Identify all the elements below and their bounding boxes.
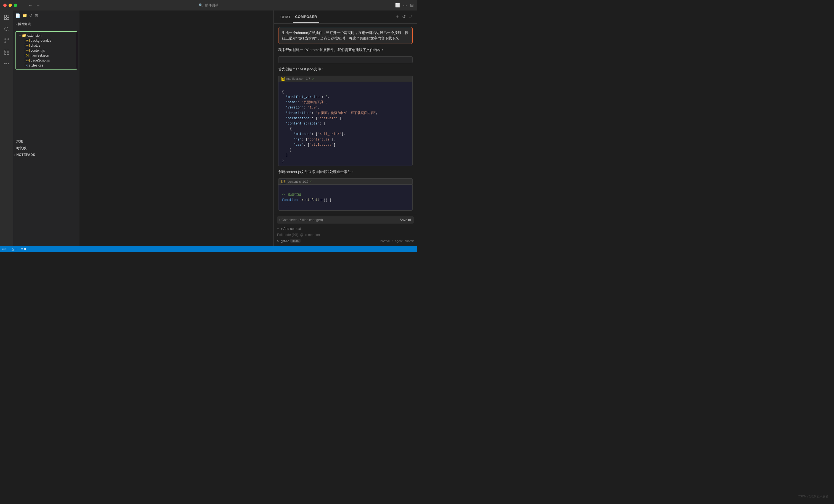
js-file-icon: JS <box>25 39 29 42</box>
chevron-right-icon[interactable]: › <box>279 218 280 222</box>
svg-point-6 <box>5 42 6 43</box>
content-intro: 创建content.js文件来添加按钮和处理点击事件： <box>278 169 413 175</box>
filename: background.js <box>31 39 51 43</box>
content-code-section: JS content.js 1/12 ✓ // 创建按钮 function cr… <box>278 178 413 211</box>
manifest-code-body: { "manifest_version": 3, "name": "页面概括工具… <box>278 82 413 166</box>
svg-rect-11 <box>4 53 6 54</box>
notepads-section[interactable]: › NOTEPADS <box>13 152 80 158</box>
titlebar-right: ⬜ ▭ ▤ <box>395 3 414 7</box>
file-background-js[interactable]: JS background.js <box>16 38 77 43</box>
minimize-button[interactable] <box>8 4 12 7</box>
nav-forward-icon[interactable]: → <box>36 3 40 8</box>
chat-bottom: › Completed (6 files changed) Save all +… <box>274 214 417 246</box>
js-file-icon: JS <box>25 44 29 47</box>
warning-count: △ 0 <box>12 247 16 251</box>
file-manifest-json[interactable]: {} manifest.json <box>16 53 77 58</box>
timeline-section[interactable]: › 时间线 <box>13 145 80 152</box>
mode-submit: submit <box>405 239 414 243</box>
content-code-header: JS content.js 1/12 ✓ <box>278 178 413 184</box>
status-errors: ⊗ 0 <box>2 247 7 251</box>
css-file-icon: # <box>25 64 28 67</box>
new-folder-icon[interactable]: 📁 <box>22 13 27 18</box>
save-all-button[interactable]: Save all <box>400 218 412 222</box>
new-file-icon[interactable]: 📄 <box>16 13 20 18</box>
svg-rect-1 <box>7 15 9 17</box>
nav-back-icon[interactable]: ← <box>28 3 32 8</box>
manifest-badge: 1/7 <box>306 77 310 80</box>
svg-rect-9 <box>4 50 6 51</box>
refresh-icon[interactable]: ↺ <box>29 13 32 18</box>
js-file-icon: JS <box>25 59 29 62</box>
content-file-label: content.js <box>288 180 301 183</box>
svg-rect-3 <box>7 18 9 20</box>
traffic-lights <box>3 4 17 7</box>
folder-icon: 📁 <box>22 34 26 38</box>
tab-composer[interactable]: COMPOSER <box>293 11 319 23</box>
completed-bar: › Completed (6 files changed) Save all <box>277 216 414 224</box>
add-context-button[interactable]: + + Add context <box>277 226 414 232</box>
chat-input-hint[interactable]: Edit code (⌘I), @ to mention <box>277 232 414 238</box>
outline-label: 大纲 <box>16 139 23 144</box>
manifest-file-label: manifest.json <box>286 77 304 80</box>
close-button[interactable] <box>3 4 7 7</box>
folder-name: extension <box>27 34 41 38</box>
manifest-code-section: {} manifest.json 1/7 ✓ { "manifest_versi… <box>278 75 413 166</box>
file-tree: ▾ 📁 extension JS background.js JS chat.j… <box>13 28 80 136</box>
mode-normal: normal <box>380 239 390 243</box>
chat-header-actions: + ↺ ⤢ <box>396 14 413 20</box>
search-icon[interactable] <box>2 24 11 34</box>
file-content-js[interactable]: JS content.js <box>16 48 77 53</box>
js-file-icon: JS <box>25 49 29 52</box>
model-tag[interactable]: ⊙ gpt-4o image <box>277 239 301 243</box>
timeline-label: 时间线 <box>16 146 26 151</box>
chat-content: 生成一个chrome扩展插件，当打开一个网页时，在也米娜右边显示一个按钮，按钮上… <box>274 24 417 214</box>
explorer-icon[interactable] <box>2 13 11 22</box>
add-chat-icon[interactable]: + <box>396 14 399 20</box>
completed-text: › Completed (6 files changed) <box>279 218 323 222</box>
source-control-icon[interactable] <box>2 36 11 45</box>
file-styles-css[interactable]: # styles.css <box>16 63 77 68</box>
highlighted-file-box: ▾ 📁 extension JS background.js JS chat.j… <box>16 31 77 69</box>
history-icon[interactable]: ↺ <box>402 14 406 20</box>
panel-layout-icon[interactable]: ⬜ <box>395 3 400 7</box>
js-icon: JS <box>281 180 286 183</box>
expand-icon[interactable]: ⤢ <box>409 14 413 20</box>
sidebar-toggle-icon[interactable]: ▤ <box>410 3 414 7</box>
chevron-down-icon: ▾ <box>16 23 17 26</box>
svg-rect-0 <box>4 15 6 17</box>
file-chat-js[interactable]: JS chat.js <box>16 43 77 48</box>
filename: chat.js <box>31 44 40 47</box>
json-icon: {} <box>281 77 285 81</box>
titlebar-title: 插件测试 <box>205 3 218 8</box>
ai-intro-text: 我来帮你创建一个Chrome扩展插件。我们需要创建以下文件结构： <box>278 47 413 53</box>
chat-panel: CHAT COMPOSER + ↺ ⤢ 生成一个chrome扩展插件，当打开一个… <box>273 10 417 246</box>
status-bar: ⊗ 0 △ 0 ⊕ 0 <box>0 246 417 252</box>
content-code-body: // 创建按钮 function createButton() { ... <box>278 184 413 211</box>
plus-icon: + <box>277 227 279 231</box>
image-label: image <box>290 239 301 243</box>
extensions-icon[interactable] <box>2 47 11 57</box>
manifest-code-header: {} manifest.json 1/7 ✓ <box>278 75 413 82</box>
outline-section[interactable]: › 大纲 <box>13 138 80 145</box>
tab-chat[interactable]: CHAT <box>278 12 293 22</box>
mode-info: normal / agent submit <box>380 239 414 243</box>
file-explorer: 📄 📁 ↺ ⊟ ▾ 插件测试 ▾ 📁 <box>13 10 80 246</box>
filename: content.js <box>31 49 45 52</box>
more-icon[interactable]: ••• <box>2 59 11 68</box>
svg-point-7 <box>8 39 9 40</box>
maximize-button[interactable] <box>14 4 17 7</box>
svg-rect-12 <box>7 53 9 54</box>
svg-point-8 <box>5 39 6 40</box>
status-warnings: △ 0 <box>12 247 16 251</box>
chat-footer-info: ⊙ gpt-4o image normal / agent submit <box>277 238 414 244</box>
error-count: ⊗ 0 <box>2 247 7 251</box>
svg-line-5 <box>8 30 9 31</box>
editor-layout-icon[interactable]: ▭ <box>403 3 407 7</box>
collapse-icon[interactable]: ⊟ <box>35 13 38 18</box>
folder-extension[interactable]: ▾ 📁 extension <box>16 33 77 38</box>
completed-label: Completed (6 files changed) <box>282 218 323 222</box>
content-badge: 1/12 <box>303 180 308 183</box>
search-icon: 🔍 <box>199 3 203 7</box>
file-pagescript-js[interactable]: JS pageScript.js <box>16 58 77 63</box>
filename: styles.css <box>29 64 43 67</box>
